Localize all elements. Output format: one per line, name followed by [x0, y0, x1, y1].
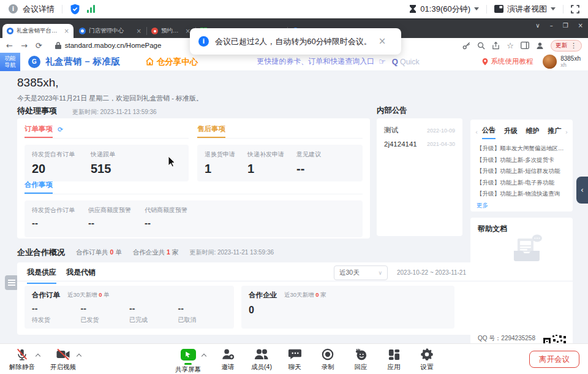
timer-caret-icon[interactable]: [474, 7, 479, 10]
coop-tab[interactable]: 合作事项: [24, 180, 53, 194]
reload-icon[interactable]: ⟳: [36, 42, 42, 50]
browser-tab-1[interactable]: 礼盒营销平台管理中心 ×: [2, 24, 74, 38]
profile-icon[interactable]: [536, 42, 544, 50]
warehouse-icon: [145, 57, 154, 66]
stat-value[interactable]: 1: [205, 162, 235, 176]
function-nav-button[interactable]: 功能 导航: [0, 53, 20, 71]
stat-value: --: [81, 303, 130, 313]
news-item[interactable]: 【升级】功能上新-电子券功能: [477, 179, 567, 187]
new-count-label: 近30天新增: [284, 291, 314, 298]
stat-value[interactable]: 1: [247, 162, 284, 176]
tab-title: 预约成功: [161, 27, 183, 35]
more-link[interactable]: 更多: [477, 202, 567, 210]
quick-search-icon[interactable]: Q: [392, 57, 398, 66]
settings-button[interactable]: 设置: [407, 347, 447, 372]
news-item[interactable]: 【升级】功能上新-短信群发功能: [477, 167, 567, 175]
browser-update-button[interactable]: 更新 ⋮: [551, 40, 582, 52]
shield-check-icon[interactable]: [70, 4, 80, 15]
browser-tab-3[interactable]: 预约成功 ×: [147, 24, 195, 38]
coop-section: 合作事项 待发货合作订单 -- 供应商额度预警 -- 代销商额度预警 --: [24, 180, 363, 237]
stat-value[interactable]: --: [296, 162, 321, 176]
toast-close-icon[interactable]: ×: [379, 37, 386, 46]
forward-icon[interactable]: →: [21, 42, 28, 50]
zoom-icon[interactable]: [477, 42, 485, 50]
address-bar[interactable]: standard.maboy.cn/HomePage: [65, 42, 162, 49]
aftersale-tab[interactable]: 售后事项: [197, 124, 225, 138]
overview-card: 我是供应 我是代销 近30天 ∨ 2023-10-22 ~ 2023-11-21…: [17, 262, 573, 335]
browser-tab-2[interactable]: 门店管理中心 ×: [75, 24, 146, 38]
stat-value[interactable]: --: [32, 218, 75, 228]
notice-item[interactable]: 测试 2022-10-09: [384, 126, 455, 135]
select-caret-icon: ∨: [378, 270, 382, 276]
view-caret-icon[interactable]: [551, 7, 556, 10]
tab-close-icon[interactable]: ×: [64, 28, 69, 34]
tab-favicon: [7, 28, 13, 34]
tutorial-link[interactable]: 系统使用教程: [482, 57, 533, 66]
stat-value[interactable]: --: [145, 218, 187, 228]
tab-reseller[interactable]: 我是代销: [66, 267, 96, 283]
meeting-info-icon[interactable]: i: [9, 4, 18, 13]
meeting-details-button[interactable]: 会议详情: [23, 4, 55, 15]
tab-maintenance[interactable]: 维护: [526, 126, 539, 139]
view-mode-button[interactable]: 演讲者视图: [507, 4, 547, 15]
tab-close-icon[interactable]: ×: [137, 28, 141, 34]
company-total-label: 合作企业共: [133, 248, 165, 256]
stat-value[interactable]: 515: [91, 162, 115, 176]
leave-meeting-button[interactable]: 离开会议: [529, 351, 579, 368]
tab-supplier[interactable]: 我是供应: [27, 267, 56, 284]
pending-card: 订单事项 ⟳ 待发货自有订单 20 快递跟单 515 售后事项: [17, 118, 370, 239]
share-icon[interactable]: [492, 42, 500, 50]
share-center-link[interactable]: 仓分享中心: [145, 56, 198, 67]
fullscreen-icon[interactable]: [571, 5, 579, 13]
refresh-icon[interactable]: ⟳: [58, 126, 63, 133]
share-screen-button[interactable]: 共享屏幕: [168, 347, 208, 374]
news-item[interactable]: 【升级】功能上新-物流快递查询: [477, 190, 567, 198]
tabs-next-icon[interactable]: ›: [565, 129, 568, 135]
stat-block: 供应商额度预警 --: [88, 206, 131, 232]
window-close-icon[interactable]: ×: [578, 23, 583, 29]
news-item[interactable]: 【升级】功能上新-多次提货卡: [477, 156, 567, 164]
start-video-button[interactable]: 开启视频: [43, 347, 83, 372]
tabs-prev-icon[interactable]: ‹: [475, 129, 478, 135]
window-minimize-icon[interactable]: –: [550, 23, 553, 29]
range-select[interactable]: 近30天 ∨: [334, 265, 388, 280]
order-total-label: 合作订单共: [76, 248, 108, 256]
stat-block: 意见建议 --: [296, 150, 321, 176]
tab-announcement[interactable]: 公告: [482, 126, 496, 139]
browser-menu-icon[interactable]: ⋮: [570, 42, 577, 49]
quick-search-label[interactable]: Quick: [400, 58, 420, 66]
stat-label: 快递补发申请: [247, 150, 284, 159]
coop-company-title: 合作企业: [249, 291, 277, 300]
share-screen-icon: [168, 347, 208, 362]
tab-upgrade[interactable]: 升级: [504, 126, 518, 139]
panel-collapse-toggle[interactable]: ‹: [576, 177, 588, 204]
new-count-label: 近30天新增: [67, 291, 97, 298]
network-signal-icon[interactable]: [87, 5, 95, 13]
back-icon[interactable]: ←: [6, 42, 13, 50]
notice-date: 2022-10-09: [427, 128, 455, 134]
tab-promotion[interactable]: 推广: [548, 126, 561, 139]
stat-value[interactable]: --: [88, 218, 131, 228]
qq-value[interactable]: 2294235258: [501, 335, 535, 342]
user-avatar[interactable]: [543, 55, 557, 69]
mouse-cursor: [168, 156, 176, 170]
bookmark-star-icon[interactable]: ☆: [507, 42, 514, 50]
key-icon[interactable]: [462, 42, 470, 50]
lock-icon[interactable]: [55, 42, 61, 49]
floating-menu-widget[interactable]: [5, 275, 18, 290]
stat-block: -- 待发货: [32, 303, 81, 324]
news-item[interactable]: 【升级】顺丰发大闸蟹偏远地区不成功问...: [477, 145, 567, 153]
notice-item[interactable]: 2j4124141 2021-04-30: [384, 140, 455, 148]
order-tab[interactable]: 订单事项: [24, 124, 53, 138]
new-count-num: 0: [315, 291, 318, 298]
window-menu-icon[interactable]: ∨: [535, 23, 540, 29]
unmute-button[interactable]: 解除静音: [2, 347, 42, 372]
window-restore-icon[interactable]: ❐: [563, 23, 568, 29]
divider: [62, 5, 62, 13]
overview-header: 企业合作概况 合作订单共 0 单 合作企业共 1 家 更新时间: 2023-11…: [17, 247, 274, 258]
stat-value[interactable]: 20: [32, 162, 75, 176]
meeting-timer: 01:39(60分钟): [420, 4, 470, 15]
side-panel-icon[interactable]: [521, 42, 529, 49]
camera-off-icon: [43, 347, 83, 362]
stat-block: -- 已发货: [81, 303, 130, 324]
